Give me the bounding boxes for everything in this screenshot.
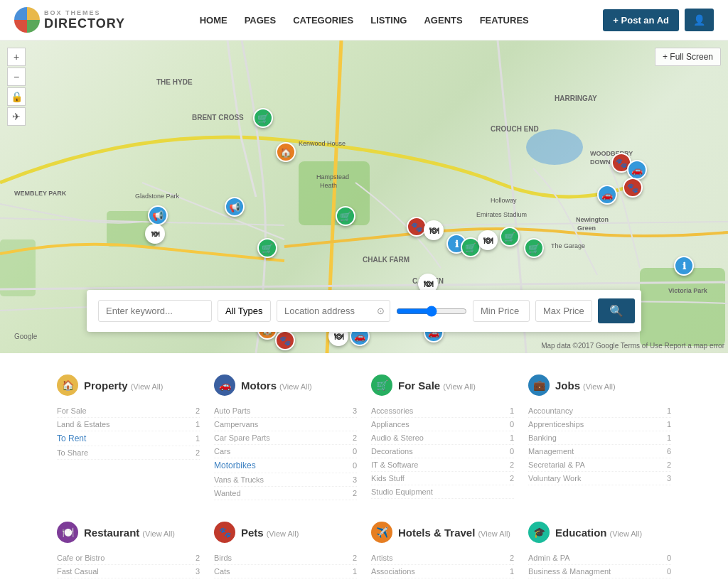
list-item: Dogs2: [214, 578, 357, 582]
header: BOX THEMES DIRECTORY HOME PAGES CATEGORI…: [0, 0, 728, 41]
map-controls: + − 🔒 ✈: [7, 48, 26, 126]
nav-agents[interactable]: AGENTS: [424, 15, 462, 26]
svg-text:Kenwood House: Kenwood House: [299, 140, 346, 147]
svg-text:BRENT CROSS: BRENT CROSS: [192, 114, 244, 122]
category-header-motors: 🚗Motors(View All): [214, 374, 357, 396]
nav-pages[interactable]: PAGES: [245, 15, 277, 26]
category-title-motors: Motors(View All): [241, 379, 312, 392]
logo-sub: BOX THEMES: [44, 9, 125, 16]
list-item: Cafe or Bistro2: [57, 551, 200, 565]
nav-features[interactable]: FEATURES: [480, 15, 529, 26]
nav-categories[interactable]: CATEGORIES: [293, 15, 353, 26]
category-header-education: 🎓Education(View All): [528, 522, 671, 543]
list-item-label: Cafe or Bistro: [57, 554, 105, 562]
keyword-input[interactable]: [98, 300, 212, 322]
lock-button[interactable]: 🔒: [7, 87, 26, 106]
search-button[interactable]: 🔍: [598, 298, 635, 323]
list-item-count: 2: [510, 474, 514, 483]
category-title-jobs: Jobs(View All): [555, 379, 616, 392]
list-item: Fast Casual3: [57, 565, 200, 578]
category-motors: 🚗Motors(View All)Auto Parts3CampervansCa…: [214, 374, 357, 500]
category-title-text-for-sale: For Sale: [398, 379, 440, 392]
logo-text: BOX THEMES DIRECTORY: [44, 9, 125, 31]
category-icon-property: 🏠: [57, 374, 78, 396]
list-item-count: 3: [353, 406, 357, 415]
category-title-text-pets: Pets: [241, 527, 264, 539]
svg-rect-1: [107, 211, 156, 247]
location-input[interactable]: [277, 300, 390, 322]
list-item-count: 1: [667, 406, 671, 415]
nav-listing[interactable]: LISTING: [370, 15, 407, 26]
list-item-label: Apprenticeships: [528, 420, 584, 429]
view-all-education[interactable]: (View All): [610, 529, 643, 538]
list-item-label: Cats: [214, 567, 230, 576]
location-button[interactable]: ✈: [7, 107, 26, 126]
list-item-count: 0: [667, 554, 671, 562]
category-title-text-hotels-travel: Hotels & Travel: [398, 527, 475, 539]
list-item-label: Banking: [528, 433, 557, 442]
user-button[interactable]: 👤: [685, 9, 714, 31]
list-item-count: 1: [196, 420, 200, 429]
category-hotels-travel: ✈️Hotels & Travel(View All)Artists2Assoc…: [371, 522, 514, 582]
svg-text:WEMBLEY PARK: WEMBLEY PARK: [14, 190, 67, 197]
list-item: Fast Food2: [57, 578, 200, 582]
list-item-label: Voluntary Work: [528, 474, 581, 483]
svg-text:Google: Google: [14, 333, 38, 340]
list-item: Voluntary Work3: [528, 472, 671, 485]
view-all-jobs[interactable]: (View All): [583, 382, 616, 391]
category-items-restaurant: Cafe or Bistro2Fast Casual3Fast Food2Fin…: [57, 551, 200, 582]
category-title-for-sale: For Sale(View All): [398, 379, 476, 392]
list-item-count: 1: [196, 434, 200, 443]
list-item-label: Secretarial & PA: [528, 460, 585, 469]
svg-text:The Garage: The Garage: [551, 242, 585, 249]
view-all-pets[interactable]: (View All): [267, 529, 299, 538]
fullscreen-button[interactable]: + Full Screen: [655, 48, 721, 66]
list-item-count: 0: [353, 447, 357, 456]
category-items-education: Admin & PA0Business & Managment0Cooking0…: [528, 551, 671, 582]
list-item-label: Decorations: [371, 447, 413, 456]
svg-text:THE HYDE: THE HYDE: [156, 78, 193, 86]
list-item-label: Artists: [371, 554, 393, 562]
post-ad-button[interactable]: + Post an Ad: [603, 9, 679, 31]
svg-text:Newington: Newington: [576, 216, 609, 223]
location-icon: ⊙: [377, 306, 385, 316]
list-item-label: Fast Casual: [57, 567, 99, 576]
view-all-for-sale[interactable]: (View All): [443, 382, 476, 391]
max-price-input[interactable]: [535, 300, 592, 322]
category-title-text-education: Education: [555, 527, 607, 539]
list-item: Land & Estates1: [57, 418, 200, 431]
list-item-count: 2: [510, 460, 514, 469]
svg-line-6: [0, 282, 728, 289]
list-item: To Rent1: [57, 431, 200, 446]
view-all-hotels-travel[interactable]: (View All): [478, 529, 510, 538]
svg-text:Emirates Stadium: Emirates Stadium: [476, 211, 527, 218]
svg-rect-2: [640, 268, 725, 346]
list-item-label: Accessories: [371, 406, 413, 415]
list-item-link[interactable]: Motorbikes: [214, 460, 256, 470]
category-for-sale: 🛒For Sale(View All)Accessories1Appliance…: [371, 374, 514, 500]
list-item-count: 0: [667, 567, 671, 576]
list-item-link[interactable]: To Rent: [57, 433, 86, 443]
min-price-input[interactable]: [473, 300, 530, 322]
list-item: Auto Parts3: [214, 404, 357, 418]
list-item: Accessories1: [371, 404, 514, 418]
list-item-label: Cars: [214, 447, 230, 456]
view-all-property[interactable]: (View All): [131, 382, 164, 391]
svg-text:HARRINGAY: HARRINGAY: [555, 95, 597, 102]
nav-home[interactable]: HOME: [200, 15, 228, 26]
list-item-count: 1: [667, 420, 671, 429]
list-item: Appliances0: [371, 418, 514, 431]
logo: BOX THEMES DIRECTORY: [14, 7, 125, 33]
zoom-out-button[interactable]: −: [7, 68, 26, 86]
category-education: 🎓Education(View All)Admin & PA0Business …: [528, 522, 671, 582]
price-slider[interactable]: [396, 300, 467, 323]
type-select[interactable]: All Types: [218, 300, 271, 322]
list-item-count: 2: [353, 433, 357, 442]
svg-text:Green: Green: [577, 225, 596, 232]
list-item: Associations1: [371, 565, 514, 578]
zoom-in-button[interactable]: +: [7, 48, 26, 66]
view-all-motors[interactable]: (View All): [279, 382, 312, 391]
list-item-count: 1: [510, 406, 514, 415]
list-item-label: Kids Stuff: [371, 474, 405, 483]
view-all-restaurant[interactable]: (View All): [142, 529, 175, 538]
